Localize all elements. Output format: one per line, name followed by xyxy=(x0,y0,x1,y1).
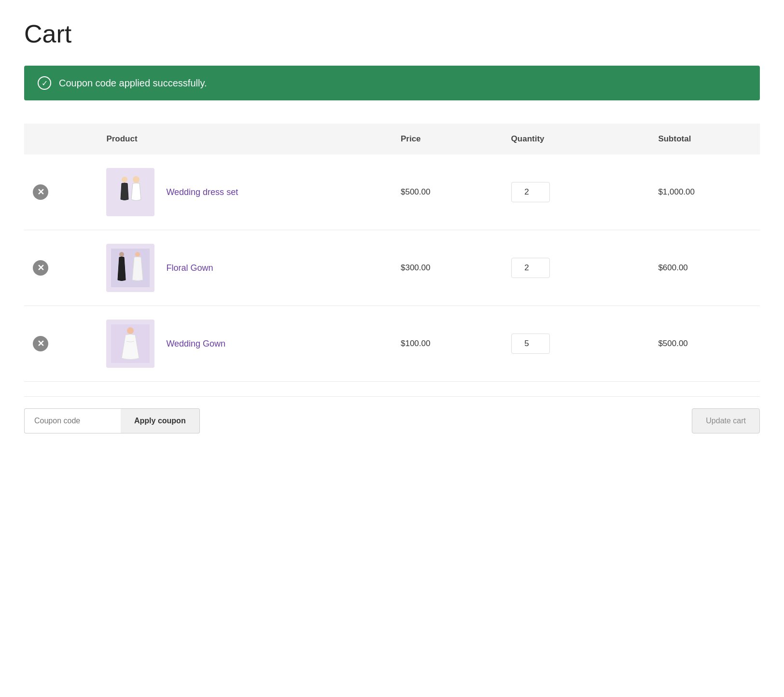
svg-rect-0 xyxy=(111,173,150,211)
product-cell-floral-gown: Floral Gown xyxy=(98,230,392,306)
page-title: Cart xyxy=(24,19,760,48)
product-image-wedding-dress-set xyxy=(106,168,154,216)
th-price: Price xyxy=(392,124,503,154)
remove-button-floral-gown[interactable]: ✕ xyxy=(33,260,48,276)
subtotal-cell-floral-gown: $600.00 xyxy=(649,230,760,306)
quantity-input-floral-gown[interactable] xyxy=(511,258,550,278)
th-subtotal: Subtotal xyxy=(649,124,760,154)
apply-coupon-button[interactable]: Apply coupon xyxy=(121,408,200,433)
quantity-input-wedding-dress-set[interactable] xyxy=(511,182,550,202)
subtotal-cell-wedding-dress-set: $1,000.00 xyxy=(649,154,760,230)
svg-point-2 xyxy=(122,177,127,182)
quantity-cell-wedding-gown xyxy=(503,306,650,382)
coupon-input[interactable] xyxy=(24,408,121,433)
svg-rect-3 xyxy=(111,249,150,287)
remove-cell-floral-gown: ✕ xyxy=(24,230,98,306)
cart-table: Product Price Quantity Subtotal ✕ xyxy=(24,124,760,382)
price-cell-floral-gown: $300.00 xyxy=(392,230,503,306)
price-cell-wedding-gown: $100.00 xyxy=(392,306,503,382)
cart-footer: Apply coupon Update cart xyxy=(24,396,760,445)
product-image-wedding-gown xyxy=(106,320,154,368)
quantity-cell-wedding-dress-set xyxy=(503,154,650,230)
quantity-input-wedding-gown[interactable] xyxy=(511,334,550,354)
product-image-floral-gown xyxy=(106,244,154,292)
update-cart-button[interactable]: Update cart xyxy=(692,408,760,433)
table-header-row: Product Price Quantity Subtotal xyxy=(24,124,760,154)
remove-cell-wedding-gown: ✕ xyxy=(24,306,98,382)
product-link-wedding-gown[interactable]: Wedding Gown xyxy=(166,339,225,349)
svg-point-7 xyxy=(127,327,134,334)
remove-button-wedding-gown[interactable]: ✕ xyxy=(33,336,48,351)
th-remove xyxy=(24,124,98,154)
coupon-area: Apply coupon xyxy=(24,408,200,433)
price-cell-wedding-dress-set: $500.00 xyxy=(392,154,503,230)
remove-icon-wedding-dress-set: ✕ xyxy=(33,184,48,200)
svg-point-4 xyxy=(119,252,124,257)
svg-point-1 xyxy=(133,176,140,183)
th-quantity: Quantity xyxy=(503,124,650,154)
product-link-floral-gown[interactable]: Floral Gown xyxy=(166,263,213,273)
quantity-cell-floral-gown xyxy=(503,230,650,306)
table-row: ✕ Wedding dress set $500.00 xyxy=(24,154,760,230)
th-product: Product xyxy=(98,124,392,154)
product-link-wedding-dress-set[interactable]: Wedding dress set xyxy=(166,187,238,197)
success-banner: ✓ Coupon code applied successfully. xyxy=(24,66,760,100)
subtotal-cell-wedding-gown: $500.00 xyxy=(649,306,760,382)
remove-icon-floral-gown: ✕ xyxy=(33,260,48,276)
remove-cell-wedding-dress-set: ✕ xyxy=(24,154,98,230)
table-row: ✕ Floral Gown $300.00 xyxy=(24,230,760,306)
success-icon: ✓ xyxy=(38,76,51,90)
remove-icon-wedding-gown: ✕ xyxy=(33,336,48,351)
table-row: ✕ Wedding Gown $100.00 $500.00 xyxy=(24,306,760,382)
remove-button-wedding-dress-set[interactable]: ✕ xyxy=(33,184,48,200)
svg-point-5 xyxy=(135,252,140,257)
success-message: Coupon code applied successfully. xyxy=(59,78,207,89)
product-cell-wedding-dress-set: Wedding dress set xyxy=(98,154,392,230)
product-cell-wedding-gown: Wedding Gown xyxy=(98,306,392,382)
